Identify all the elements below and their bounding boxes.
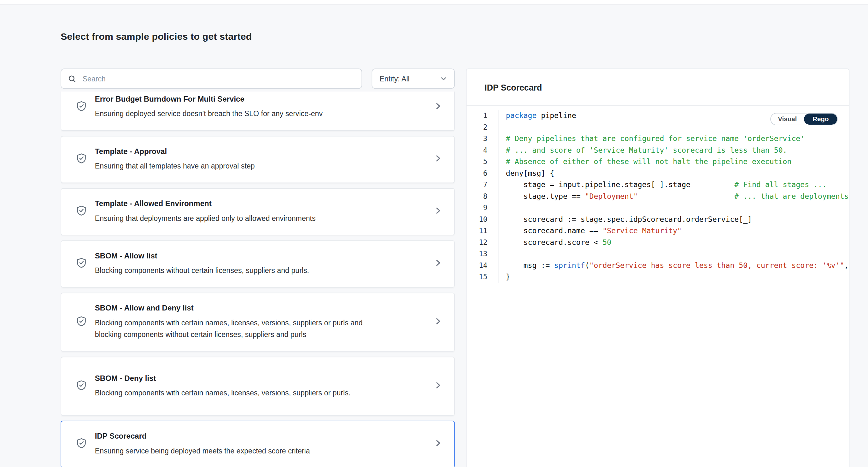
policy-icon: [76, 438, 87, 451]
code-editor[interactable]: 1package pipeline23# Deny pipelines that…: [466, 106, 849, 283]
code-line-text: stage = input.pipeline.stages[_].stage #…: [499, 179, 849, 191]
line-number: 9: [466, 202, 499, 214]
chevron-right-icon: [434, 155, 442, 165]
policy-title: SBOM - Allow list: [95, 252, 376, 260]
code-line: 3# Deny pipelines that are configured fo…: [466, 133, 849, 145]
line-number: 10: [466, 214, 499, 225]
code-line-text: # ... and score of 'Service Maturity' sc…: [499, 145, 849, 156]
code-line-text: deny[msg] {: [499, 168, 849, 179]
policy-description: Ensuring that deployments are applied on…: [95, 212, 376, 224]
chevron-right-icon: [434, 439, 442, 449]
code-line: 9: [466, 202, 849, 214]
code-line: 14 msg := sprintf("orderService has scor…: [466, 260, 849, 271]
chevron-right-icon: [434, 317, 442, 327]
policy-title: Error Budget Burndown For Multi Service: [95, 95, 376, 104]
line-number: 6: [466, 168, 499, 179]
line-number: 7: [466, 179, 499, 191]
policy-description: Ensuring deployed service doesn't breach…: [95, 108, 376, 120]
code-line: 7 stage = input.pipeline.stages[_].stage…: [466, 179, 849, 191]
line-number: 1: [466, 110, 499, 121]
policy-description: Blocking components without certain lice…: [95, 264, 376, 276]
policy-description: Ensuring service being deployed meets th…: [95, 445, 376, 457]
policy-list: Error Budget Burndown For Multi Service …: [61, 91, 455, 467]
page-heading: Select from sample policies to get start…: [61, 32, 252, 43]
code-line-text: # Absence of either of these will not ha…: [499, 156, 849, 168]
line-number: 13: [466, 248, 499, 260]
policy-card-error-budget-burndown[interactable]: Error Budget Burndown For Multi Service …: [61, 91, 455, 131]
header-bar: [0, 0, 868, 5]
line-number: 15: [466, 271, 499, 283]
policy-icon: [76, 205, 87, 219]
preview-panel: IDP Scorecard 1package pipeline23# Deny …: [466, 68, 849, 467]
policy-card-idp-scorecard[interactable]: IDP Scorecard Ensuring service being dep…: [61, 420, 455, 467]
policy-description: Ensuring that all templates have an appr…: [95, 160, 376, 172]
policy-card-template-approval[interactable]: Template - Approval Ensuring that all te…: [61, 136, 455, 183]
toggle-visual[interactable]: Visual: [771, 114, 804, 125]
code-line: 8 stage.type == "Deployment" # ... that …: [466, 191, 849, 202]
search-icon: [68, 75, 76, 83]
search-input[interactable]: [82, 74, 355, 83]
policy-title: Template - Allowed Environment: [95, 199, 376, 208]
policy-card-sbom-deny-list[interactable]: SBOM - Deny list Blocking components wit…: [61, 356, 455, 415]
policy-icon: [76, 379, 87, 393]
entity-filter-button[interactable]: Entity: All: [372, 68, 455, 89]
line-number: 3: [466, 133, 499, 145]
code-line: 10 scorecard := stage.spec.idpScorecard.…: [466, 214, 849, 225]
line-number: 5: [466, 156, 499, 168]
code-line: 11 scorecard.name == "Service Maturity": [466, 225, 849, 237]
entity-filter-label: Entity: All: [379, 75, 409, 83]
code-line: 6deny[msg] {: [466, 168, 849, 179]
policy-description: Blocking components with certain names, …: [95, 317, 376, 341]
line-number: 12: [466, 237, 499, 248]
preview-header: IDP Scorecard: [466, 69, 849, 106]
code-line-text: stage.type == "Deployment" # ... that ar…: [499, 191, 849, 202]
code-line-text: }: [499, 271, 849, 283]
search-box[interactable]: [61, 68, 362, 89]
chevron-right-icon: [434, 102, 442, 112]
code-line-text: scorecard := stage.spec.idpScorecard.ord…: [499, 214, 849, 225]
policy-card-sbom-allow-and-deny-list[interactable]: SBOM - Allow and Deny list Blocking comp…: [61, 292, 455, 351]
line-number: 11: [466, 225, 499, 237]
chevron-down-icon: [440, 76, 447, 82]
line-number: 14: [466, 260, 499, 271]
policy-icon: [76, 316, 87, 329]
code-line: 13: [466, 248, 849, 260]
chevron-right-icon: [434, 381, 442, 391]
code-line: 5# Absence of either of these will not h…: [466, 156, 849, 168]
code-line: 12 scorecard.score < 50: [466, 237, 849, 248]
code-line-text: msg := sprintf("orderService has score l…: [499, 260, 849, 271]
policy-card-sbom-allow-list[interactable]: SBOM - Allow list Blocking components wi…: [61, 240, 455, 288]
line-number: 2: [466, 121, 499, 133]
code-line: 4# ... and score of 'Service Maturity' s…: [466, 145, 849, 156]
chevron-right-icon: [434, 207, 442, 217]
policy-icon: [76, 101, 87, 114]
controls-row: Entity: All: [61, 68, 455, 89]
view-toggle: Visual Rego: [770, 113, 838, 125]
policy-description: Blocking components with certain names, …: [95, 387, 376, 399]
chevron-right-icon: [434, 259, 442, 269]
policy-card-template-allowed-environment[interactable]: Template - Allowed Environment Ensuring …: [61, 188, 455, 235]
code-line-text: # Deny pipelines that are configured for…: [499, 133, 849, 145]
policy-icon: [76, 257, 87, 271]
code-line-text: scorecard.score < 50: [499, 237, 849, 248]
line-number: 8: [466, 191, 499, 202]
policy-title: SBOM - Deny list: [95, 374, 376, 382]
policy-title: Template - Approval: [95, 147, 376, 155]
app-viewport: Select from sample policies to get start…: [0, 0, 868, 467]
toggle-rego[interactable]: Rego: [804, 114, 837, 125]
policy-icon: [76, 153, 87, 166]
preview-title: IDP Scorecard: [485, 82, 542, 92]
code-line-text: scorecard.name == "Service Maturity": [499, 225, 849, 237]
policy-title: IDP Scorecard: [95, 432, 376, 440]
line-number: 4: [466, 145, 499, 156]
code-line: 15}: [466, 271, 849, 283]
policy-title: SBOM - Allow and Deny list: [95, 304, 376, 312]
